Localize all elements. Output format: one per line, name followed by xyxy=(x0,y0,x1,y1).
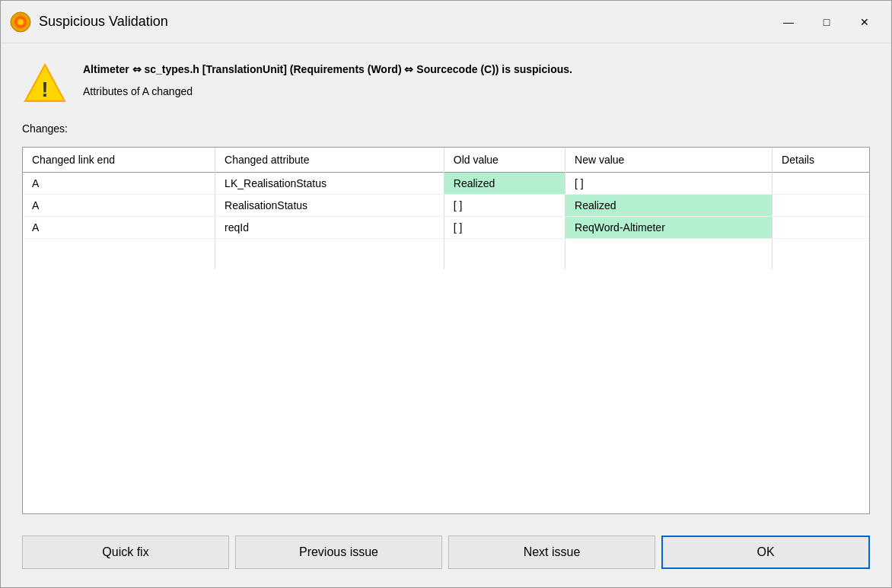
cell-new-value: Realized xyxy=(565,195,773,217)
table-header-row: Changed link end Changed attribute Old v… xyxy=(23,148,869,173)
message-area: ! Altimeter ⇔ sc_types.h [TranslationUni… xyxy=(22,62,870,107)
quick-fix-button[interactable]: Quick fix xyxy=(22,536,229,569)
cell-new-value: [ ] xyxy=(565,173,773,195)
table-row: ARealisationStatus[ ]Realized xyxy=(23,195,869,217)
cell-attribute: RealisationStatus xyxy=(215,195,444,217)
footer-buttons: Quick fix Previous issue Next issue OK xyxy=(22,526,870,575)
col-header-details: Details xyxy=(773,148,869,173)
message-main: Altimeter ⇔ sc_types.h [TranslationUnit]… xyxy=(83,62,870,78)
title-bar: Suspicious Validation — □ ✕ xyxy=(1,1,891,43)
cell-attribute: reqId xyxy=(215,217,444,239)
close-button[interactable]: ✕ xyxy=(847,10,882,34)
message-sub: Attributes of A changed xyxy=(83,85,870,97)
col-header-attribute: Changed attribute xyxy=(215,148,444,173)
cell-link-end: A xyxy=(23,195,215,217)
table-row-empty xyxy=(23,239,869,269)
ok-button[interactable]: OK xyxy=(661,536,870,569)
cell-details xyxy=(773,195,869,217)
cell-details xyxy=(773,173,869,195)
window-controls: — □ ✕ xyxy=(771,10,882,34)
cell-link-end: A xyxy=(23,173,215,195)
changes-table-container: Changed link end Changed attribute Old v… xyxy=(22,147,870,514)
main-window: Suspicious Validation — □ ✕ ! Altimeter … xyxy=(0,0,892,588)
warning-icon: ! xyxy=(22,62,68,107)
cell-old-value: [ ] xyxy=(444,217,565,239)
next-issue-button[interactable]: Next issue xyxy=(448,536,655,569)
cell-link-end: A xyxy=(23,217,215,239)
cell-old-value: Realized xyxy=(444,173,565,195)
window-title: Suspicious Validation xyxy=(39,14,771,30)
svg-text:!: ! xyxy=(41,78,48,101)
col-header-new-value: New value xyxy=(565,148,773,173)
previous-issue-button[interactable]: Previous issue xyxy=(235,536,442,569)
col-header-old-value: Old value xyxy=(444,148,565,173)
app-icon xyxy=(10,11,31,33)
changes-table: Changed link end Changed attribute Old v… xyxy=(23,148,869,269)
svg-point-2 xyxy=(18,19,24,25)
cell-old-value: [ ] xyxy=(444,195,565,217)
changes-label: Changes: xyxy=(22,122,870,135)
table-row: AreqId[ ]ReqWord-Altimeter xyxy=(23,217,869,239)
message-text-block: Altimeter ⇔ sc_types.h [TranslationUnit]… xyxy=(83,62,870,97)
maximize-button[interactable]: □ xyxy=(809,10,844,34)
dialog-content: ! Altimeter ⇔ sc_types.h [TranslationUni… xyxy=(1,43,891,587)
cell-new-value: ReqWord-Altimeter xyxy=(565,217,773,239)
minimize-button[interactable]: — xyxy=(771,10,806,34)
cell-details xyxy=(773,217,869,239)
table-row: ALK_RealisationStatusRealized[ ] xyxy=(23,173,869,195)
col-header-link-end: Changed link end xyxy=(23,148,215,173)
cell-attribute: LK_RealisationStatus xyxy=(215,173,444,195)
